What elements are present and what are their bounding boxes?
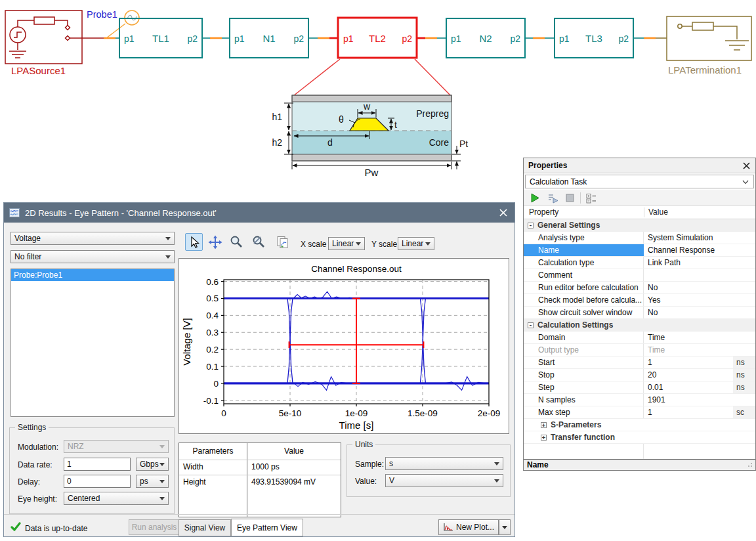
y-scale-value: Linear xyxy=(402,239,423,248)
property-row[interactable]: NameChannel Response xyxy=(524,244,755,257)
task-toolbar xyxy=(524,190,755,206)
block-TL3[interactable]: p1 TL3 p2 xyxy=(555,18,633,58)
select-tool-button[interactable] xyxy=(185,233,203,251)
property-value[interactable]: Time xyxy=(644,344,755,356)
value-column-label: Value xyxy=(648,207,668,217)
task-selector-combo[interactable]: Calculation Task xyxy=(525,175,754,188)
property-row[interactable]: N samples1901 xyxy=(524,394,755,406)
collapse-icon[interactable]: - xyxy=(528,223,534,228)
run-selected-icon[interactable] xyxy=(547,192,559,204)
svg-text:Voltage [V]: Voltage [V] xyxy=(181,318,192,366)
block-TL1[interactable]: p1 TL1 p2 xyxy=(119,18,202,58)
signal-type-combo[interactable]: Voltage xyxy=(10,232,175,245)
stop-task-icon[interactable] xyxy=(564,192,576,204)
property-row[interactable]: Step0.01ns xyxy=(524,381,755,394)
data-rate-input[interactable] xyxy=(64,458,131,471)
group-label: General Settings xyxy=(537,221,600,230)
resize-grip-icon[interactable] xyxy=(746,462,753,469)
eye-height-combo[interactable]: Centered xyxy=(64,492,169,505)
collapse-icon[interactable]: - xyxy=(528,322,534,328)
pan-tool-button[interactable] xyxy=(206,233,224,251)
property-value[interactable] xyxy=(644,269,755,281)
property-label: Output type xyxy=(524,344,644,356)
desktop: LPASource1 Probe1 p1 TL1 p2 p1 N1 p2 p1 … xyxy=(0,0,756,541)
close-icon[interactable] xyxy=(499,208,508,217)
property-value[interactable]: 1 xyxy=(644,357,733,368)
property-row[interactable]: Comment xyxy=(524,269,755,282)
list-item-signal[interactable]: Probe:Probe1 xyxy=(11,269,174,281)
svg-text:p1: p1 xyxy=(234,33,245,44)
block-N1[interactable]: p1 N1 p2 xyxy=(230,18,308,58)
property-value[interactable]: Channel Response xyxy=(644,244,755,256)
cross-section-diagram: w θ t d h1 h2 Prepreg Core xyxy=(272,95,468,178)
x-scale-combo[interactable]: Linear xyxy=(328,237,365,250)
filter-combo[interactable]: No filter xyxy=(10,250,175,263)
property-row[interactable]: DomainTime xyxy=(524,332,755,344)
property-subgroup-row[interactable]: +Transfer function xyxy=(524,431,755,444)
delay-unit-combo[interactable]: ps xyxy=(136,475,169,488)
signal-list[interactable]: Probe:Probe1 xyxy=(10,269,175,417)
new-plot-dropdown-button[interactable] xyxy=(499,519,511,535)
source-label: LPASource1 xyxy=(11,65,66,76)
property-value[interactable]: Yes xyxy=(644,294,755,306)
expand-icon[interactable]: + xyxy=(541,435,547,441)
property-row[interactable]: Max step1sc xyxy=(524,406,755,419)
data-rate-unit-combo[interactable]: Gbps xyxy=(136,458,169,471)
parameter-list-icon[interactable] xyxy=(585,192,597,204)
run-task-icon[interactable] xyxy=(530,192,541,204)
property-row[interactable]: Start1ns xyxy=(524,357,755,369)
property-value[interactable]: 1 xyxy=(644,406,733,418)
sample-unit-combo[interactable]: s xyxy=(385,457,503,470)
run-analysis-button[interactable]: Run analysis xyxy=(129,519,180,535)
statusbar-divider xyxy=(4,514,514,515)
property-row[interactable]: Show circuit solver windowNo xyxy=(524,307,755,319)
results-window-titlebar[interactable]: 2D Results - Eye Pattern - 'Channel Resp… xyxy=(4,203,514,223)
export-plot-button[interactable] xyxy=(273,233,291,251)
block-N2[interactable]: p1 N2 p2 xyxy=(446,18,525,58)
property-value[interactable]: 1901 xyxy=(644,394,755,406)
property-value[interactable]: System Simulation xyxy=(644,232,755,244)
termination-block[interactable] xyxy=(667,16,751,60)
probe-label: Probe1 xyxy=(87,9,117,20)
property-row[interactable]: Stop20ns xyxy=(524,369,755,381)
magnifier-icon xyxy=(229,235,243,249)
property-row[interactable]: Calculation typeLink Path xyxy=(524,257,755,269)
delay-input[interactable] xyxy=(64,475,131,488)
property-value[interactable]: 20 xyxy=(644,369,733,381)
svg-text:N1: N1 xyxy=(262,33,275,44)
value-unit-combo[interactable]: V xyxy=(385,474,503,487)
property-value[interactable]: Time xyxy=(644,332,755,343)
property-row[interactable]: Output typeTime xyxy=(524,344,755,357)
y-scale-combo[interactable]: Linear xyxy=(398,237,434,250)
property-unit: ns xyxy=(733,381,755,393)
property-group-row[interactable]: -General Settings xyxy=(524,219,755,232)
property-group-row[interactable]: -Calculation Settings xyxy=(524,319,755,332)
property-value[interactable]: No xyxy=(644,307,755,318)
property-row[interactable]: Run editor before calculationNo xyxy=(524,282,755,294)
expand-icon[interactable]: + xyxy=(541,422,547,428)
delay-unit-value: ps xyxy=(140,477,148,486)
tab-signal-view[interactable]: Signal View xyxy=(178,519,231,536)
new-plot-button[interactable]: New Plot... xyxy=(438,519,499,535)
property-value[interactable]: 0.01 xyxy=(644,381,733,393)
source-block[interactable] xyxy=(5,11,82,64)
property-row[interactable]: Analysis typeSystem Simulation xyxy=(524,232,755,244)
property-value[interactable]: Link Path xyxy=(644,257,755,269)
dim-pt: Pt xyxy=(459,139,468,149)
close-icon[interactable] xyxy=(743,162,750,169)
property-row[interactable]: Check model before calcula...Yes xyxy=(524,294,755,307)
svg-text:5e-10: 5e-10 xyxy=(279,408,302,418)
modulation-combo: NRZ xyxy=(64,440,169,453)
zoom-range-tool-button[interactable] xyxy=(249,233,267,251)
window-title: 2D Results - Eye Pattern - 'Channel Resp… xyxy=(25,208,217,218)
zoom-tool-button[interactable] xyxy=(227,233,245,251)
property-subgroup-row[interactable]: +S-Parameters xyxy=(524,419,755,431)
property-value[interactable]: No xyxy=(644,282,755,293)
block-TL2-selected[interactable]: p1 TL2 p2 xyxy=(338,18,417,58)
status-text: Data is up-to-date xyxy=(25,524,87,533)
tab-eye-pattern-view[interactable]: Eye Pattern View xyxy=(231,519,303,536)
property-label: Stop xyxy=(524,369,644,381)
properties-header[interactable]: Properties xyxy=(524,158,755,173)
chevron-down-icon xyxy=(165,237,171,240)
pan-icon xyxy=(208,235,222,249)
